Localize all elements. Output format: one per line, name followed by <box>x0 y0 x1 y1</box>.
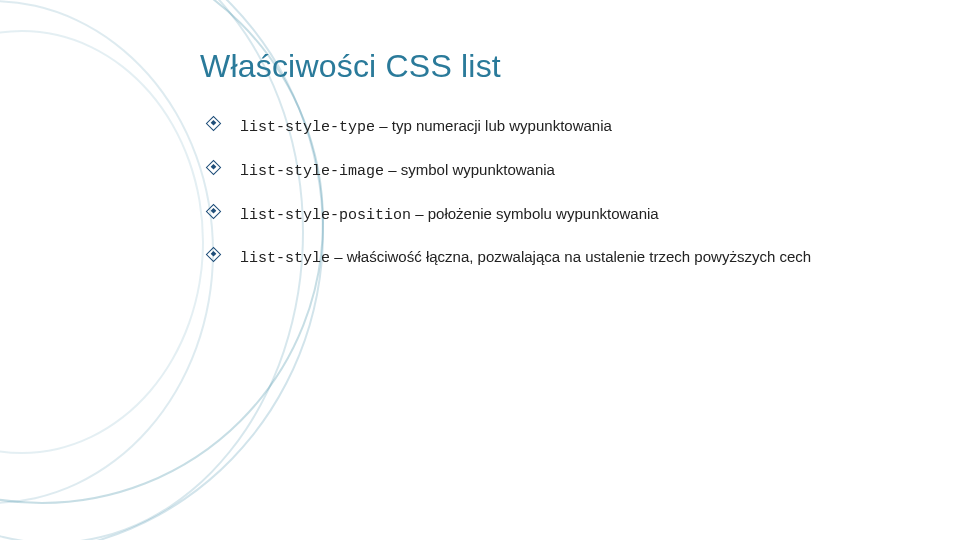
item-code: list-style-position <box>240 207 411 224</box>
slide: Właściwości CSS list list-style-type – t… <box>0 0 960 540</box>
item-desc: – symbol wypunktowania <box>388 161 555 178</box>
item-code: list-style-type <box>240 119 375 136</box>
list-item: list-style-image – symbol wypunktowania <box>226 159 900 183</box>
diamond-bullet-icon <box>206 159 222 175</box>
item-desc: – położenie symbolu wypunktowania <box>415 205 658 222</box>
diamond-bullet-icon <box>206 247 222 263</box>
diamond-bullet-icon <box>206 116 222 132</box>
list-item: list-style-type – typ numeracji lub wypu… <box>226 115 900 139</box>
item-code: list-style-image <box>240 163 384 180</box>
diamond-bullet-icon <box>206 203 222 219</box>
list-item: list-style – właściwość łączna, pozwalaj… <box>226 246 900 270</box>
item-list: list-style-type – typ numeracji lub wypu… <box>200 115 900 270</box>
item-code: list-style <box>240 250 330 267</box>
item-desc: – właściwość łączna, pozwalająca na usta… <box>334 248 811 265</box>
list-item: list-style-position – położenie symbolu … <box>226 203 900 227</box>
page-title: Właściwości CSS list <box>200 48 900 85</box>
item-desc: – typ numeracji lub wypunktowania <box>379 117 612 134</box>
